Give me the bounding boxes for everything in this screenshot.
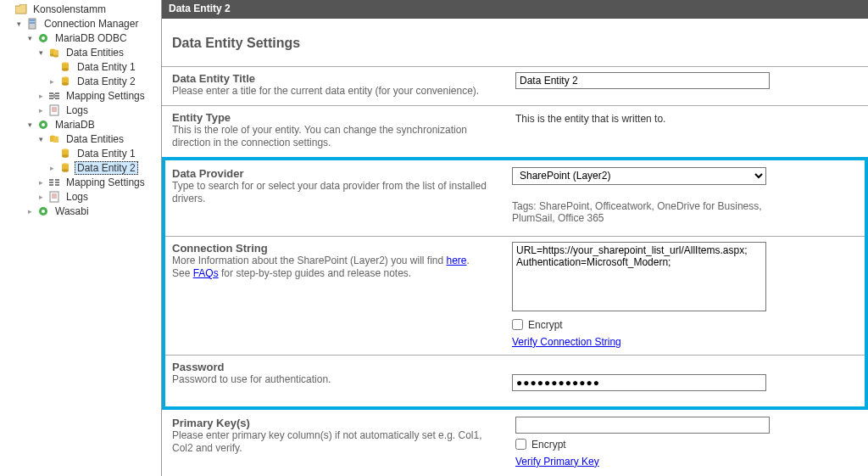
gear-green-icon (36, 31, 50, 45)
expander-expand-icon[interactable]: ▸ (36, 105, 46, 115)
server-icon (25, 17, 39, 31)
verify-connection-link[interactable]: Verify Connection String (512, 336, 621, 348)
row-primary-key: Primary Key(s) Please enter primary key … (162, 410, 868, 474)
pk-desc: Please enter primary key column(s) if no… (172, 429, 490, 456)
password-label: Password (172, 361, 487, 373)
cylinder-icon (58, 147, 72, 160)
expander-collapse-icon[interactable]: ▾ (25, 120, 35, 129)
titlebar-text: Data Entity 2 (169, 3, 231, 14)
conn-desc: More Information about the SharePoint (L… (172, 255, 487, 281)
titlebar: Data Entity 2 (162, 0, 868, 19)
tree-label: Data Entity 1 (75, 148, 138, 160)
pk-encrypt-checkbox[interactable] (515, 439, 526, 450)
svg-rect-23 (53, 137, 58, 143)
expander-expand-icon[interactable]: ▸ (47, 163, 57, 172)
cylinder-icon (58, 60, 72, 74)
tree-item-mdb-entity-1[interactable]: Data Entity 1 (3, 146, 161, 160)
pk-encrypt-row: Encrypt (515, 439, 844, 451)
svg-point-19 (42, 123, 45, 126)
logs-icon (47, 190, 61, 204)
verify-pk-link[interactable]: Verify Primary Key (515, 456, 599, 468)
tree-label: Connection Manager (42, 18, 141, 30)
tree-label: Konsolenstamm (31, 3, 108, 15)
cylinders-icon (47, 132, 61, 146)
tree-item-wasabi[interactable]: ▸ Wasabi (3, 204, 161, 218)
section-heading: Data Entity Settings (162, 19, 868, 66)
conn-label: Connection String (172, 242, 487, 255)
svg-rect-2 (30, 22, 35, 24)
tree-item-data-entities[interactable]: ▾ Data Entities (3, 45, 161, 59)
conn-desc-a: More Information about the SharePoint (L… (172, 255, 447, 266)
expander-expand-icon[interactable]: ▸ (36, 91, 46, 100)
conn-here-link[interactable]: here (447, 255, 467, 266)
expander-expand-icon[interactable]: ▸ (36, 192, 46, 201)
cylinders-icon (47, 46, 61, 59)
tree-label: Mapping Settings (64, 176, 147, 188)
pk-label: Primary Key(s) (172, 417, 490, 429)
tree-item-data-entities-2[interactable]: ▾ Data Entities (3, 132, 161, 146)
row-connection-string: Connection String More Information about… (165, 236, 865, 355)
settings-content: Data Entity Settings Data Entity Title P… (162, 19, 868, 476)
password-desc: Password to use for authentication. (172, 373, 487, 387)
tree-item-mdb-logs[interactable]: ▸ Logs (3, 189, 161, 204)
svg-point-26 (62, 154, 69, 158)
gear-green-icon (36, 118, 50, 132)
expander-collapse-icon[interactable]: ▾ (36, 134, 46, 143)
title-input[interactable] (515, 72, 770, 89)
svg-point-10 (53, 54, 58, 57)
encrypt-row: Encrypt (512, 319, 841, 331)
expander-expand-icon[interactable]: ▸ (25, 206, 35, 216)
cylinder-icon (58, 161, 72, 175)
provider-desc: Type to search for or select your data p… (172, 180, 487, 206)
mapping-icon (47, 89, 61, 103)
tree-item-mdb-mapping[interactable]: ▸ Mapping Settings (3, 175, 161, 189)
expander-collapse-icon[interactable]: ▾ (25, 33, 35, 42)
tree-item-mariadb[interactable]: ▾ MariaDB (3, 117, 161, 132)
row-entity-type: Entity Type This is the role of your ent… (162, 105, 868, 157)
tree-item-konsolenstamm[interactable]: Konsolenstamm (3, 2, 161, 16)
conn-desc-c: for step-by-step guides and release note… (219, 267, 411, 279)
tree-label: Logs (64, 104, 91, 116)
tree-item-mapping-settings[interactable]: ▸ Mapping Settings (3, 88, 161, 103)
tree-item-data-entity-2[interactable]: ▸ Data Entity 2 (3, 74, 161, 88)
tree-item-logs[interactable]: ▸ Logs (3, 103, 161, 117)
expander-collapse-icon[interactable]: ▾ (36, 48, 46, 57)
expander-collapse-icon[interactable]: ▾ (14, 19, 24, 28)
tree-label: Data Entity 2 (75, 161, 138, 175)
provider-select[interactable]: SharePoint (Layer2) (512, 167, 766, 185)
tree-label: Logs (64, 191, 91, 203)
row-data-provider: Data Provider Type to search for or sele… (165, 160, 865, 236)
row-title: Data Entity Title Please enter a title f… (162, 66, 868, 105)
tree-item-connection-manager[interactable]: ▾ Connection Manager (3, 16, 161, 31)
pk-input[interactable] (515, 417, 770, 434)
tree-label: Data Entities (64, 133, 126, 145)
connection-string-textarea[interactable]: URL=https://your_sharepoint_list_url/All… (512, 242, 766, 311)
svg-rect-1 (30, 20, 35, 21)
conn-faqs-link[interactable]: FAQs (193, 267, 219, 279)
password-input[interactable] (512, 374, 766, 391)
svg-point-13 (62, 68, 69, 71)
tree-label: Mapping Settings (64, 90, 147, 102)
encrypt-label: Encrypt (528, 319, 563, 331)
tree-panel: Konsolenstamm ▾ Connection Manager ▾ Mar… (0, 0, 162, 476)
tree-item-data-entity-1[interactable]: Data Entity 1 (3, 59, 161, 74)
svg-point-32 (42, 210, 45, 213)
entitytype-value: This is the entity that is written to. (515, 111, 844, 125)
title-desc: Please enter a title for the current dat… (172, 85, 490, 98)
pk-encrypt-label: Encrypt (531, 439, 566, 451)
tree-label: MariaDB (53, 119, 97, 131)
expander-expand-icon[interactable]: ▸ (36, 177, 46, 187)
tree-label: Data Entity 2 (75, 76, 138, 87)
expander-expand-icon[interactable]: ▸ (47, 76, 57, 86)
folder-icon (14, 3, 28, 16)
svg-point-4 (42, 36, 45, 40)
tree-item-mariadb-odbc[interactable]: ▾ MariaDB ODBC (3, 31, 161, 45)
cylinder-icon (58, 75, 72, 88)
tree-item-mdb-entity-2[interactable]: ▸ Data Entity 2 (3, 160, 161, 175)
entitytype-desc: This is the role of your entity. You can… (172, 124, 490, 150)
encrypt-checkbox[interactable] (512, 319, 523, 330)
svg-point-16 (62, 82, 69, 86)
right-panel: Data Entity 2 Data Entity Settings Data … (162, 0, 868, 476)
provider-label: Data Provider (172, 167, 487, 180)
row-password: Password Password to use for authenticat… (165, 355, 865, 406)
